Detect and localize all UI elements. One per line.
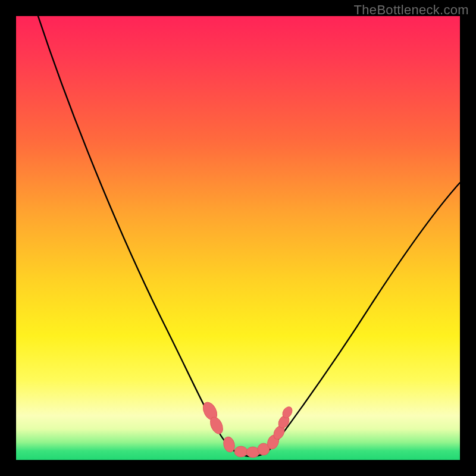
- chart-frame: TheBottleneck.com: [0, 0, 476, 476]
- watermark-text: TheBottleneck.com: [354, 2, 469, 18]
- highlighted-points: [201, 400, 295, 458]
- svg-point-3: [234, 446, 248, 457]
- curve-layer: [16, 16, 460, 460]
- bottleneck-curve: [38, 16, 460, 456]
- plot-area: [16, 16, 460, 460]
